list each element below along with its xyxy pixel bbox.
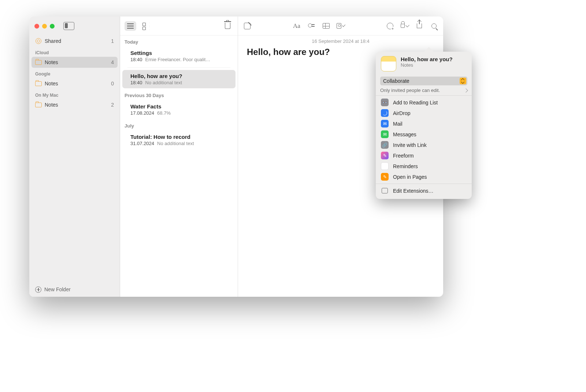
compose-button[interactable]: [243, 22, 251, 30]
note-list: Today Settings 18:40Ernie Freelancer. Po…: [120, 16, 238, 297]
share-reading-list[interactable]: 👓Add to Reading List: [376, 97, 472, 108]
share-icon: [417, 23, 422, 28]
sidebar-item-count: 0: [111, 81, 114, 86]
reminders-icon: ☰: [381, 162, 389, 170]
share-mail[interactable]: ✉Mail: [376, 118, 472, 129]
zoom-window-button[interactable]: [50, 24, 55, 29]
checklist-icon: [308, 23, 315, 29]
notelist-item[interactable]: Water Facts 17.08.202468.7%: [122, 100, 235, 119]
sidebar-section-header: Google: [29, 68, 120, 78]
sidebar-icloud-notes[interactable]: Notes 4: [31, 57, 118, 68]
extensions-icon: [381, 187, 389, 195]
divider: [376, 184, 472, 184]
editor-toolbar: Aa: [238, 16, 443, 36]
share-freeform[interactable]: ✎Freeform: [376, 150, 472, 161]
notelist-section-header: July: [120, 119, 238, 130]
checklist-button[interactable]: [307, 22, 315, 30]
notelist-section-header: Previous 30 Days: [120, 89, 238, 100]
sidebar-shared[interactable]: Shared 1: [29, 36, 120, 47]
sidebar-item-label: Notes: [45, 102, 58, 108]
lock-button[interactable]: [401, 22, 409, 30]
share-popover: Hello, how are you? Notes Collaborate On…: [376, 52, 472, 199]
link-icon: [387, 23, 393, 29]
minimize-window-button[interactable]: [42, 24, 47, 29]
compose-icon: [244, 23, 251, 29]
link-button[interactable]: [386, 22, 394, 30]
close-window-button[interactable]: [34, 24, 39, 29]
freeform-icon: ✎: [381, 152, 389, 159]
popover-title: Hello, how are you?: [401, 56, 453, 62]
view-grid-button[interactable]: [140, 21, 152, 31]
updown-icon: [460, 78, 466, 84]
new-folder-button[interactable]: New Folder: [29, 282, 120, 297]
notelist-item-meta: 17.08.202468.7%: [130, 110, 227, 116]
shared-icon: [35, 38, 42, 44]
notelist-section-header: Today: [120, 36, 238, 46]
text-style-button[interactable]: Aa: [293, 22, 301, 30]
notelist-item[interactable]: Settings 18:40Ernie Freelancer. Poor qua…: [122, 47, 235, 65]
share-invite-link[interactable]: 🔗Invite with Link: [376, 140, 472, 150]
share-messages[interactable]: ✉Messages: [376, 129, 472, 140]
sidebar-item-label: Notes: [45, 81, 58, 86]
share-button[interactable]: [415, 22, 423, 30]
sidebar-onmymac-notes[interactable]: Notes 2: [29, 99, 120, 110]
permissions-label: Only invited people can edit.: [380, 88, 440, 93]
delete-note-button[interactable]: [222, 21, 233, 31]
trash-icon: [225, 23, 230, 29]
mail-icon: ✉: [381, 120, 389, 127]
sidebar-shared-label: Shared: [45, 38, 61, 44]
divider: [376, 95, 472, 96]
grid-icon: [142, 23, 149, 29]
reading-list-icon: 👓: [381, 99, 389, 106]
share-airdrop[interactable]: AirDrop: [376, 108, 472, 118]
sidebar-section-header: On My Mac: [29, 89, 120, 99]
sidebar-section-header: iCloud: [29, 47, 120, 57]
notelist-item-meta: 18:40Ernie Freelancer. Poor qualit…: [130, 57, 227, 62]
share-open-pages[interactable]: ✎Open in Pages: [376, 171, 472, 182]
edit-extensions[interactable]: Edit Extensions…: [376, 185, 472, 196]
link-icon: 🔗: [381, 141, 389, 149]
sidebar-shared-count: 1: [111, 38, 114, 44]
media-button[interactable]: [337, 22, 345, 30]
sidebar-google-notes[interactable]: Notes 0: [29, 78, 120, 89]
sidebar-item-count: 2: [111, 102, 114, 108]
notelist-item-meta: 31.07.2024No additional text: [130, 141, 227, 146]
permissions-row[interactable]: Only invited people can edit.: [380, 88, 467, 93]
airdrop-icon: [381, 109, 389, 117]
notelist-item-title: Settings: [130, 50, 227, 56]
folder-icon: [35, 101, 42, 108]
chevron-right-icon: [464, 88, 468, 92]
pages-icon: ✎: [381, 173, 389, 181]
view-list-button[interactable]: [125, 21, 136, 31]
folder-icon: [35, 80, 42, 87]
plus-circle-icon: [35, 286, 41, 293]
collaborate-mode-select[interactable]: Collaborate: [380, 77, 467, 85]
notes-window: Shared 1 iCloud Notes 4 Google Notes 0 O…: [29, 16, 443, 297]
table-button[interactable]: [322, 22, 330, 30]
search-button[interactable]: [430, 22, 438, 30]
collaborate-mode-label: Collaborate: [383, 78, 409, 84]
search-icon: [431, 23, 437, 29]
notelist-item[interactable]: Tutorial: How to record 31.07.2024No add…: [122, 131, 235, 149]
sidebar-item-count: 4: [111, 59, 114, 65]
popover-header: Hello, how are you? Notes: [376, 56, 472, 75]
table-icon: [323, 23, 330, 29]
note-date: 16 September 2024 at 18:4: [238, 36, 443, 45]
divider: [127, 67, 230, 68]
list-icon: [127, 23, 134, 29]
share-reminders[interactable]: ☰Reminders: [376, 161, 472, 171]
notelist-toolbar: [120, 16, 238, 36]
sidebar-item-label: Notes: [45, 59, 58, 65]
popover-subtitle: Notes: [401, 62, 453, 68]
notelist-item-selected[interactable]: Hello, how are you? 18:40No additional t…: [122, 70, 235, 88]
notelist-item-title: Hello, how are you?: [130, 73, 227, 79]
messages-icon: ✉: [381, 130, 389, 138]
window-controls: [34, 24, 55, 29]
notelist-item-meta: 18:40No additional text: [130, 80, 227, 85]
toggle-sidebar-button[interactable]: [63, 22, 74, 30]
notes-app-icon: [381, 56, 396, 71]
notelist-item-title: Tutorial: How to record: [130, 134, 227, 140]
new-folder-label: New Folder: [44, 286, 71, 292]
media-icon: [337, 23, 341, 29]
folder-icon: [35, 59, 42, 66]
